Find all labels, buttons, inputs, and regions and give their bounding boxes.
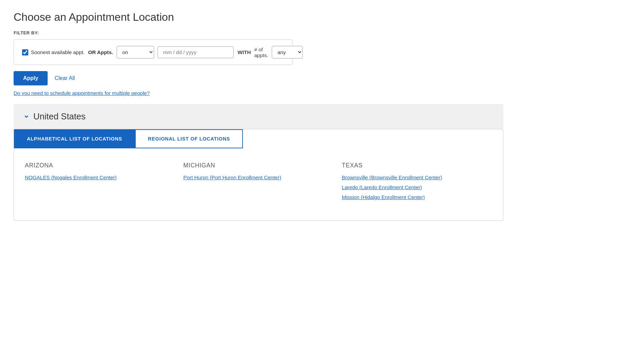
clear-all-button[interactable]: Clear All <box>54 75 75 81</box>
filter-box: Soonest available appt. OR Appts. on aft… <box>14 39 293 65</box>
state-title-michigan: MICHIGAN <box>183 162 334 169</box>
tab-alphabetical[interactable]: ALPHABETICAL LIST OF LOCATIONS <box>14 129 135 148</box>
state-title-texas: TEXAS <box>342 162 492 169</box>
num-appts-select[interactable]: any 1 2 3 4 5+ <box>272 46 303 59</box>
apply-button[interactable]: Apply <box>14 71 48 85</box>
list-item[interactable]: Port Huron (Port Huron Enrollment Center… <box>183 175 334 180</box>
state-section-texas: TEXAS Brownsville (Brownsville Enrollmen… <box>342 159 492 207</box>
or-appts-label: OR Appts. <box>88 49 113 55</box>
chevron-down-icon[interactable]: ⌄ <box>23 112 29 119</box>
region-title: United States <box>33 112 86 121</box>
region-section: ⌄ United States <box>14 104 503 129</box>
state-section-arizona: ARIZONA NOGALES (Nogales Enrollment Cent… <box>25 159 175 207</box>
list-item[interactable]: NOGALES (Nogales Enrollment Center) <box>25 175 175 180</box>
list-item[interactable]: Laredo (Laredo Enrollment Center) <box>342 184 492 190</box>
buttons-row: Apply Clear All <box>14 71 620 85</box>
appts-on-select[interactable]: on after before <box>117 46 154 59</box>
locations-grid: ARIZONA NOGALES (Nogales Enrollment Cent… <box>14 159 503 207</box>
filter-label: FILTER BY: <box>14 30 620 35</box>
state-title-arizona: ARIZONA <box>25 162 175 169</box>
date-input[interactable] <box>157 46 234 58</box>
tabs-row: ALPHABETICAL LIST OF LOCATIONS REGIONAL … <box>14 129 503 148</box>
region-header: ⌄ United States <box>23 112 494 121</box>
num-appts-label: # of appts. <box>254 47 268 58</box>
state-section-michigan: MICHIGAN Port Huron (Port Huron Enrollme… <box>183 159 334 207</box>
with-label: WITH <box>238 49 251 55</box>
list-item[interactable]: Mission (Hidalgo Enrollment Center) <box>342 194 492 200</box>
locations-container: ALPHABETICAL LIST OF LOCATIONS REGIONAL … <box>14 129 503 221</box>
page-title: Choose an Appointment Location <box>14 11 620 23</box>
multiple-people-link[interactable]: Do you need to schedule appointments for… <box>14 90 150 96</box>
soonest-appt-label: Soonest available appt. <box>31 49 85 55</box>
list-item[interactable]: Brownsville (Brownsville Enrollment Cent… <box>342 175 492 180</box>
tab-regional[interactable]: REGIONAL LIST OF LOCATIONS <box>135 129 243 148</box>
soonest-appt-checkbox[interactable] <box>22 49 28 55</box>
